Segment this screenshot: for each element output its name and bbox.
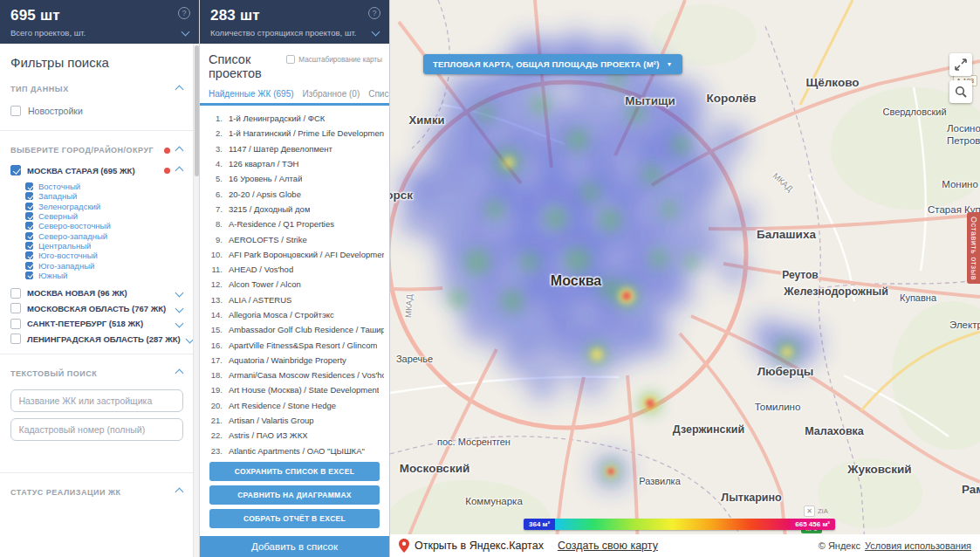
project-row[interactable]: 5.16 Уровень / Алтай <box>205 171 384 186</box>
project-row[interactable]: 12.Alcon Tower / Alcon <box>205 277 384 292</box>
chevron-up-icon[interactable] <box>175 369 184 378</box>
poi-icon: ✕ <box>804 505 815 517</box>
report-excel-button[interactable]: СОБРАТЬ ОТЧЁТ В EXCEL <box>209 509 380 528</box>
chevron-down-icon[interactable] <box>185 334 193 343</box>
district-item[interactable]: Центральный <box>25 241 193 251</box>
project-row[interactable]: 1.1-й Ленинградский / ФСК <box>205 111 384 126</box>
region-checkbox[interactable] <box>10 288 21 299</box>
heatmap-legend: 364 м² 665 456 м² <box>524 519 835 530</box>
district-item[interactable]: Северо-восточный <box>25 221 193 230</box>
tab-found[interactable]: Найденные ЖК (695) <box>209 89 294 99</box>
project-row[interactable]: 14.Allegoria Mosca / Стройтэкс <box>205 307 384 322</box>
compare-diagrams-button[interactable]: СРАВНИТЬ НА ДИАГРАММАХ <box>209 485 380 505</box>
chevron-down-icon[interactable] <box>182 28 190 37</box>
heatmap-mode-dropdown[interactable]: ТЕПЛОВАЯ КАРТА, ОБЩАЯ ПЛОЩАДЬ ПРОЕКТА (М… <box>423 54 682 74</box>
feedback-tab[interactable]: Оставить отзыв <box>967 212 980 284</box>
sidebar-scrollbar[interactable] <box>193 44 199 557</box>
region-item[interactable]: МОСКВА НОВАЯ (96 ЖК) <box>0 285 193 301</box>
map[interactable]: ХимкиМытищиКоролёвЩёлковоСвердловскийЛос… <box>390 0 980 557</box>
section-geo[interactable]: ВЫБЕРИТЕ ГОРОД/РАЙОН/ОКРУГ <box>0 138 193 160</box>
district-checkbox[interactable] <box>25 262 33 270</box>
region-moscow-old[interactable]: МОСКВА СТАРАЯ (695 ЖК) <box>0 160 193 179</box>
district-item[interactable]: Юго-восточный <box>25 251 193 260</box>
map-scale-checkbox[interactable] <box>286 55 295 64</box>
kpi-total-value: 695 шт <box>10 7 169 24</box>
project-row[interactable]: 8.A-Residence / Q1 Properties <box>205 217 384 231</box>
help-icon[interactable]: ? <box>178 7 190 19</box>
district-checkbox[interactable] <box>25 222 33 230</box>
project-row[interactable]: 20.Art Residence / Stone Hedge <box>205 398 384 413</box>
scrollbar-thumb[interactable] <box>195 45 199 176</box>
project-row[interactable]: 21.Artisan / Valartis Group <box>205 413 384 428</box>
project-row[interactable]: 22.Astris / ПАО ИЗ ЖКХ <box>205 428 384 443</box>
project-row[interactable]: 9.AEROLOFTS / Strike <box>205 231 384 246</box>
create-map-link[interactable]: Создать свою карту <box>558 540 658 552</box>
chevron-down-icon[interactable] <box>175 320 184 328</box>
chevron-up-icon[interactable] <box>175 146 184 155</box>
project-row[interactable]: 16.ApartVille Fitness&Spa Resort / Glinc… <box>205 337 384 352</box>
filters-sidebar: Фильтры поиска ТИП ДАННЫХ Новостройки ВЫ… <box>0 44 193 557</box>
district-list: ВосточныйЗападныйЗеленоградскийСеверныйС… <box>0 179 193 285</box>
open-in-yandex-link[interactable]: Открыть в Яндекс.Картах <box>399 539 544 553</box>
project-row[interactable]: 18.Armani/Casa Moscow Residences / Vos'h… <box>205 368 384 382</box>
section-text-search[interactable]: ТЕКСТОВЫЙ ПОИСК <box>0 361 193 383</box>
add-to-list-button[interactable]: Добавить в список <box>200 536 389 557</box>
map-scale-toggle[interactable]: Масштабирование карты <box>286 55 382 64</box>
chevron-up-icon[interactable] <box>175 85 184 93</box>
project-row[interactable]: 19.Art House (Москва) / State Developmen… <box>205 382 384 397</box>
district-item[interactable]: Юго-западный <box>25 260 193 270</box>
project-row[interactable]: 13.ALIA / ASTERUS <box>205 292 384 307</box>
project-row[interactable]: 11.AHEAD / Vos'hod <box>205 262 384 277</box>
newbuild-checkbox[interactable] <box>10 106 21 116</box>
terms-link[interactable]: Условия использования <box>865 540 971 551</box>
cadastre-input[interactable] <box>10 418 183 441</box>
save-excel-button[interactable]: СОХРАНИТЬ СПИСОК В EXCEL <box>209 462 380 481</box>
district-item[interactable]: Северо-западный <box>25 230 193 240</box>
project-row[interactable]: 2.1-й Нагатинский / Prime Life Developme… <box>205 126 384 141</box>
chevron-down-icon[interactable] <box>372 28 380 37</box>
district-checkbox[interactable] <box>25 192 33 200</box>
chevron-up-icon[interactable] <box>175 488 184 497</box>
district-checkbox[interactable] <box>25 182 33 190</box>
district-item[interactable]: Зеленоградский <box>25 202 193 211</box>
district-checkbox[interactable] <box>25 251 33 259</box>
region-item[interactable]: САНКТ-ПЕТЕРБУРГ (518 ЖК) <box>0 316 193 332</box>
project-row[interactable]: 17.Aquatoria / Wainbridge Property <box>205 353 384 368</box>
district-checkbox[interactable] <box>25 232 33 240</box>
district-checkbox[interactable] <box>25 242 33 250</box>
project-list[interactable]: 1.1-й Ленинградский / ФСК2.1-й Нагатинск… <box>200 106 389 457</box>
search-name-input[interactable] <box>10 389 183 412</box>
district-checkbox[interactable] <box>25 272 33 279</box>
project-row[interactable]: 10.AFI Park Воронцовский / AFI Developme… <box>205 247 384 262</box>
district-checkbox[interactable] <box>25 212 33 220</box>
district-item[interactable]: Северный <box>25 211 193 221</box>
district-checkbox[interactable] <box>25 203 33 210</box>
project-row[interactable]: 7.3215 / Доходный дом <box>205 202 384 217</box>
project-row[interactable]: 3.1147 / Шатёр Девелопмент <box>205 141 384 156</box>
tab-favorites[interactable]: Избранное (0) <box>303 89 360 99</box>
section-status[interactable]: СТАТУС РЕАЛИЗАЦИИ ЖК <box>0 480 193 502</box>
chevron-up-icon[interactable] <box>175 166 184 175</box>
district-item[interactable]: Западный <box>25 191 193 201</box>
project-row[interactable]: 15.Ambassador Golf Club Residence / Таши… <box>205 322 384 337</box>
fullscreen-button[interactable] <box>949 53 972 76</box>
map-search-button[interactable] <box>949 80 972 103</box>
region-checkbox[interactable] <box>10 319 21 329</box>
region-item[interactable]: МОСКОВСКАЯ ОБЛАСТЬ (767 ЖК) <box>0 300 193 316</box>
region-checkbox[interactable] <box>10 165 21 175</box>
project-row[interactable]: 6.20-20 / Apsis Globe <box>205 186 384 201</box>
tab-lists[interactable]: Списки (0) <box>368 89 389 99</box>
region-item[interactable]: ЛЕНИНГРАДСКАЯ ОБЛАСТЬ (287 ЖК) <box>0 331 193 347</box>
project-row[interactable]: 23.Atlantic Apartments / ОАО "ЦЫШКА" <box>205 444 384 457</box>
district-item[interactable]: Южный <box>25 271 193 280</box>
newbuild-row[interactable]: Новостройки <box>0 99 193 123</box>
chevron-down-icon[interactable] <box>175 289 184 298</box>
chevron-down-icon[interactable] <box>175 304 184 313</box>
region-checkbox[interactable] <box>10 303 21 313</box>
region-checkbox[interactable] <box>10 334 21 344</box>
project-row[interactable]: 4.126 квартал / ТЭН <box>205 156 384 171</box>
app: 695 шт Всего проектов, шт. ? Фильтры пои… <box>0 0 980 557</box>
district-item[interactable]: Восточный <box>25 182 193 191</box>
help-icon[interactable]: ? <box>368 7 380 19</box>
section-data-type[interactable]: ТИП ДАННЫХ <box>0 77 193 99</box>
